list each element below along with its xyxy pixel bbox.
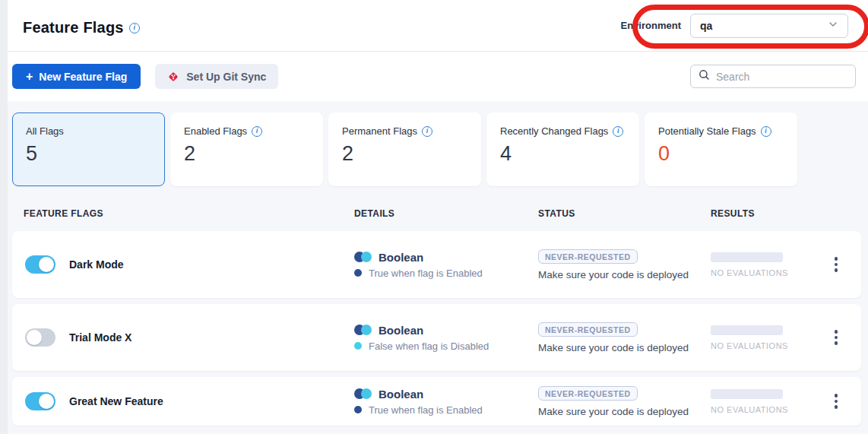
status-message: Make sure your code is deployed xyxy=(538,342,711,353)
variation-text: False when flag is Disabled xyxy=(369,341,489,352)
plus-icon: + xyxy=(26,71,33,83)
status-badge: NEVER-REQUESTED xyxy=(538,322,638,337)
boolean-type-icon xyxy=(354,252,372,262)
flag-toggle[interactable] xyxy=(25,328,55,347)
feature-flags-page: Feature Flags i Environment qa + New Fea… xyxy=(8,0,868,434)
git-sync-icon xyxy=(167,71,179,83)
flag-toggle[interactable] xyxy=(25,392,55,410)
info-icon[interactable]: i xyxy=(613,126,623,137)
stats-cards: All Flags 5 Enabled Flags i 2 Permanent … xyxy=(12,112,868,186)
row-menu-button[interactable] xyxy=(832,327,841,348)
new-feature-flag-label: New Feature Flag xyxy=(39,71,127,83)
flag-name[interactable]: Dark Mode xyxy=(69,258,124,271)
column-header-details: DETAILS xyxy=(354,208,538,219)
stat-card-permanent-flags[interactable]: Permanent Flags i 2 xyxy=(328,112,481,186)
status-badge: NEVER-REQUESTED xyxy=(538,249,638,264)
column-header-results: RESULTS xyxy=(711,208,861,219)
stat-value: 4 xyxy=(500,142,638,166)
stat-card-potentially-stale-flags[interactable]: Potentially Stale Flags i 0 xyxy=(645,112,797,186)
flag-type: Boolean xyxy=(379,324,423,337)
new-feature-flag-button[interactable]: + New Feature Flag xyxy=(12,64,141,89)
row-menu-button[interactable] xyxy=(832,391,841,412)
stat-value: 2 xyxy=(184,142,322,166)
stat-label: Permanent Flags xyxy=(342,125,417,137)
status-message: Make sure your code is deployed xyxy=(538,269,711,280)
variation-dot xyxy=(354,406,362,413)
flag-type: Boolean xyxy=(379,388,423,401)
variation-text: True when flag is Enabled xyxy=(369,268,483,279)
evaluations-bar xyxy=(711,389,783,399)
page-title: Feature Flags xyxy=(23,19,124,36)
app-left-edge xyxy=(0,0,8,434)
search-icon xyxy=(699,69,710,84)
toolbar: + New Feature Flag Set Up Git Sync xyxy=(8,52,868,101)
flag-type: Boolean xyxy=(379,251,423,264)
stat-label: Recently Changed Flags xyxy=(500,125,608,137)
table-row: Dark Mode Boolean True when flag is Enab… xyxy=(12,231,861,298)
variation-text: True when flag is Enabled xyxy=(369,404,483,416)
environment-select[interactable]: qa xyxy=(690,14,848,38)
chevron-down-icon xyxy=(828,19,838,30)
table-row: Trial Mode X Boolean False when flag is … xyxy=(12,304,861,371)
stat-card-recently-changed-flags[interactable]: Recently Changed Flags i 4 xyxy=(486,112,639,186)
stat-card-enabled-flags[interactable]: Enabled Flags i 2 xyxy=(170,112,323,186)
stat-value: 0 xyxy=(658,142,797,166)
search-input[interactable] xyxy=(716,71,847,83)
environment-value: qa xyxy=(700,20,712,32)
evaluations-label: NO EVALUATIONS xyxy=(711,341,788,350)
stat-value: 2 xyxy=(342,142,480,166)
status-badge: NEVER-REQUESTED xyxy=(538,386,638,401)
column-header-feature-flags: FEATURE FLAGS xyxy=(24,208,354,219)
stat-label: Potentially Stale Flags xyxy=(658,125,756,137)
flag-name[interactable]: Great New Feature xyxy=(69,395,163,407)
column-header-status: STATUS xyxy=(538,208,711,219)
status-message: Make sure your code is deployed xyxy=(538,406,711,417)
row-menu-button[interactable] xyxy=(832,254,841,275)
setup-git-sync-button[interactable]: Set Up Git Sync xyxy=(155,64,278,89)
evaluations-label: NO EVALUATIONS xyxy=(711,405,788,414)
evaluations-label: NO EVALUATIONS xyxy=(711,268,788,277)
stat-value: 5 xyxy=(26,142,164,166)
boolean-type-icon xyxy=(354,388,372,399)
stat-label: All Flags xyxy=(26,125,64,137)
evaluations-bar xyxy=(711,325,783,335)
flag-toggle[interactable] xyxy=(25,255,55,274)
table-header: FEATURE FLAGS DETAILS STATUS RESULTS xyxy=(12,208,861,219)
environment-picker: Environment qa xyxy=(621,14,848,38)
content-area: All Flags 5 Enabled Flags i 2 Permanent … xyxy=(8,101,868,434)
info-icon[interactable]: i xyxy=(422,126,432,137)
flag-name[interactable]: Trial Mode X xyxy=(69,331,131,344)
page-header: Feature Flags i Environment qa xyxy=(8,0,868,52)
info-icon[interactable]: i xyxy=(761,126,771,137)
evaluations-bar xyxy=(711,252,783,262)
stat-card-all-flags[interactable]: All Flags 5 xyxy=(12,112,165,186)
environment-label: Environment xyxy=(621,20,681,31)
stat-label: Enabled Flags xyxy=(184,125,247,137)
search-box[interactable] xyxy=(690,65,856,88)
info-icon[interactable]: i xyxy=(252,126,262,137)
info-icon[interactable]: i xyxy=(129,23,140,33)
table-row: Great New Feature Boolean True when flag… xyxy=(12,377,861,426)
variation-dot xyxy=(354,269,362,277)
boolean-type-icon xyxy=(354,325,372,335)
setup-git-sync-label: Set Up Git Sync xyxy=(186,71,266,83)
variation-dot xyxy=(354,342,362,350)
